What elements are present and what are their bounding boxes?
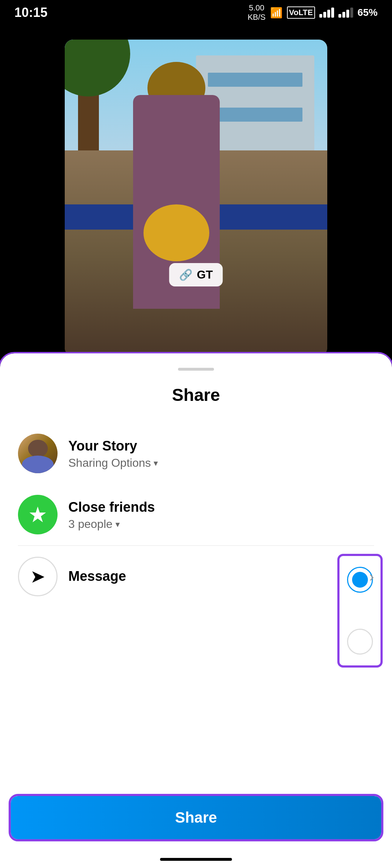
message-chevron-right: › [369,569,374,585]
your-story-subtitle: Sharing Options ▾ [68,456,320,470]
bottom-sheet: Share Your Story Sharing Options ▾ ★ Clo… [0,353,392,868]
close-friends-option[interactable]: ★ Close friends 3 people ▾ [0,484,392,545]
close-friends-text: Close friends 3 people ▾ [68,498,320,531]
your-story-option[interactable]: Your Story Sharing Options ▾ [0,423,392,484]
signal-bar-1 [319,14,322,18]
your-story-text: Your Story Sharing Options ▾ [68,437,320,470]
battery-percent: 65% [357,7,378,18]
message-option[interactable]: ➤ Message › [0,546,392,607]
data-speed: 5.00KB/S [247,3,265,22]
close-friends-avatar: ★ [18,495,58,534]
close-friends-radio[interactable] [347,629,373,655]
status-bar: 10:15 5.00KB/S 📶 VoLTE 65% [0,0,392,25]
volte-icon: VoLTE [287,6,315,19]
status-time: 10:15 [14,5,47,20]
photo-container: 🔗 GT [65,40,327,356]
people-count-label: 3 people [68,517,113,531]
photo-coconut [143,204,209,261]
close-friends-title: Close friends [68,498,320,516]
share-button-label: Share [175,809,217,826]
signal-bar-s1 [338,14,341,18]
signal-bar-s4 [350,8,353,18]
link-icon: 🔗 [179,268,192,281]
status-right-icons: 5.00KB/S 📶 VoLTE 65% [247,3,378,22]
main-image-area: 🔗 GT [0,25,392,371]
sharing-options-label: Sharing Options [68,456,151,470]
wifi-icon: 📶 [270,7,283,19]
sheet-title: Share [0,385,392,405]
message-text: Message [68,568,374,585]
signal-bars-2 [338,8,353,18]
close-friends-subtitle: 3 people ▾ [68,517,320,531]
photo-background [65,40,327,356]
your-story-avatar [18,434,58,473]
drag-handle[interactable] [178,368,214,371]
message-avatar: ➤ [18,557,58,596]
send-icon: ➤ [30,566,45,587]
signal-bar-4 [331,8,334,18]
message-title: Message [68,568,374,585]
sharing-options-chevron[interactable]: ▾ [154,458,158,468]
signal-bar-3 [327,10,330,18]
signal-bars [319,8,334,18]
share-button[interactable]: Share [11,796,381,839]
signal-bar-2 [323,12,326,18]
gt-text: GT [197,268,213,281]
signal-bar-s2 [342,12,345,18]
close-friends-chevron[interactable]: ▾ [115,519,120,529]
gt-watermark: 🔗 GT [169,263,223,286]
signal-bar-s3 [346,10,349,18]
your-story-title: Your Story [68,437,320,455]
star-icon: ★ [28,502,47,527]
home-indicator [160,858,232,861]
